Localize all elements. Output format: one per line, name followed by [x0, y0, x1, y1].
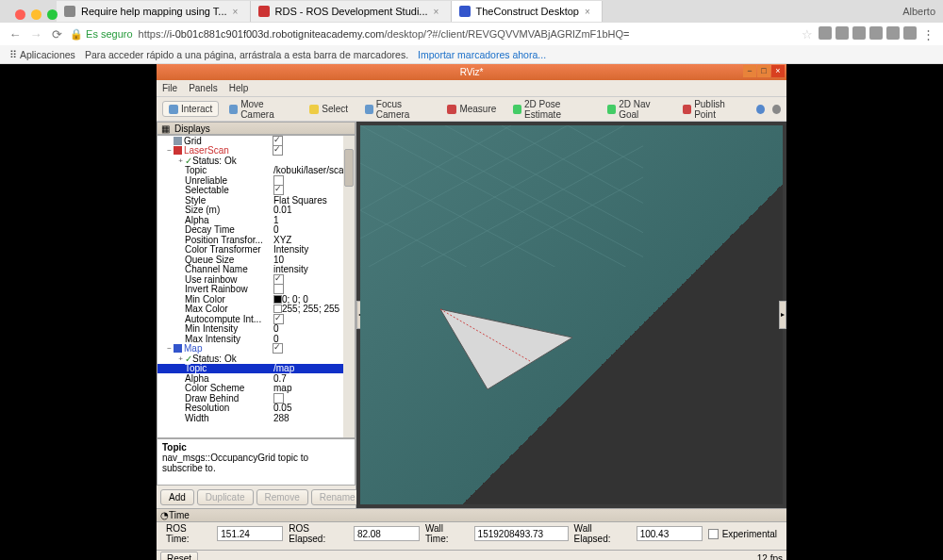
- wall-time-input[interactable]: [474, 526, 569, 541]
- tool-publish-point[interactable]: Publish Point: [676, 96, 749, 123]
- tree[interactable]: Grid−LaserScan+✓ Status: OkTopic/kobuki/…: [157, 135, 356, 438]
- close-button[interactable]: ×: [771, 65, 785, 77]
- ext-icon[interactable]: [852, 26, 866, 40]
- tree-row[interactable]: Channel Nameintensity: [157, 265, 355, 275]
- url-field[interactable]: https://i-0b01c881c901f003d.robotignitea…: [139, 28, 630, 40]
- checkbox[interactable]: [273, 274, 284, 285]
- apps-button[interactable]: ⠿ Aplicaciones: [9, 49, 75, 60]
- tool-focus-camera[interactable]: Focus Camera: [358, 96, 437, 123]
- tree-row[interactable]: Size (m)0.01: [157, 206, 355, 216]
- ext-icon[interactable]: [903, 26, 917, 40]
- forward-icon[interactable]: →: [28, 26, 43, 41]
- tree-row[interactable]: Alpha1: [157, 215, 355, 225]
- viewport-3d[interactable]: ◂ ▸: [356, 122, 786, 508]
- tab-0[interactable]: Require help mapping using T... ×: [57, 1, 251, 22]
- checkbox[interactable]: [273, 284, 284, 294]
- tree-row[interactable]: Min Color 0; 0; 0: [157, 294, 355, 305]
- maximize-button[interactable]: □: [757, 65, 770, 77]
- menu-file[interactable]: File: [162, 83, 177, 93]
- ext-icon[interactable]: [869, 26, 883, 40]
- tree-row[interactable]: StyleFlat Squares: [157, 195, 355, 206]
- tool-select[interactable]: Select: [303, 101, 355, 117]
- back-icon[interactable]: ←: [8, 26, 23, 41]
- ext-icon[interactable]: [819, 26, 832, 40]
- tool-interact[interactable]: Interact: [162, 101, 219, 117]
- mac-zoom[interactable]: [47, 9, 58, 20]
- scene[interactable]: [360, 125, 783, 504]
- tab-1[interactable]: RDS - ROS Development Studi... ×: [251, 1, 452, 22]
- checkbox[interactable]: [273, 393, 284, 404]
- tree-row[interactable]: Color TransformerIntensity: [157, 245, 355, 255]
- star-icon[interactable]: ☆: [800, 26, 815, 41]
- tab-2[interactable]: TheConstruct Desktop ×: [452, 1, 603, 22]
- expander-icon[interactable]: −: [165, 146, 174, 155]
- checkbox[interactable]: [273, 145, 283, 156]
- tree-row[interactable]: Color Schememap: [157, 384, 355, 394]
- color-swatch[interactable]: [273, 295, 282, 304]
- tool-extra-icon[interactable]: [772, 105, 781, 114]
- ros-elapsed-input[interactable]: [354, 526, 420, 541]
- tree-row[interactable]: Width288: [157, 413, 355, 423]
- tree-row[interactable]: Queue Size10: [157, 255, 355, 265]
- rviz-titlebar[interactable]: RViz* − □ ×: [157, 64, 786, 80]
- add-button[interactable]: Add: [160, 489, 194, 505]
- expander-icon[interactable]: +: [176, 156, 185, 165]
- color-swatch[interactable]: [273, 305, 282, 313]
- checkbox[interactable]: [273, 343, 283, 354]
- tree-row[interactable]: Unreliable: [157, 175, 355, 186]
- splitter-right[interactable]: ▸: [779, 301, 786, 329]
- tree-label: Color Transformer: [185, 244, 273, 255]
- reset-button[interactable]: Reset: [160, 552, 198, 560]
- tree-row[interactable]: Resolution0.05: [157, 404, 355, 414]
- tree-row[interactable]: Grid: [157, 136, 355, 146]
- ext-icon[interactable]: [886, 26, 900, 40]
- tree-row[interactable]: Autocompute Int...: [157, 314, 355, 324]
- tree-row[interactable]: Invert Rainbow: [157, 285, 355, 295]
- checkbox[interactable]: [273, 314, 284, 324]
- tool-2d-nav-goal[interactable]: 2D Nav Goal: [601, 96, 672, 123]
- close-icon[interactable]: ×: [233, 7, 242, 16]
- tree-row[interactable]: Use rainbow: [157, 274, 355, 285]
- tool-move-camera[interactable]: Move Camera: [223, 96, 299, 123]
- expander-icon[interactable]: +: [176, 354, 185, 363]
- tree-row[interactable]: Draw Behind: [157, 393, 355, 404]
- ext-icon[interactable]: [835, 26, 849, 40]
- tree-row[interactable]: Min Intensity0: [157, 324, 355, 335]
- user-badge[interactable]: Alberto: [895, 4, 943, 19]
- tool-2d-pose-estimate[interactable]: 2D Pose Estimate: [506, 96, 597, 123]
- tree-row[interactable]: +✓ Status: Ok: [157, 354, 355, 364]
- tree-row[interactable]: Selectable: [157, 186, 355, 196]
- checkbox[interactable]: [273, 185, 284, 195]
- experimental-checkbox[interactable]: Experimental: [708, 529, 777, 539]
- tree-row[interactable]: +✓ Status: Ok: [157, 156, 355, 166]
- tool-extra-icon[interactable]: [756, 105, 765, 114]
- mac-close[interactable]: [15, 9, 25, 20]
- time-header[interactable]: ◔ Time: [157, 509, 786, 522]
- tree-row[interactable]: Position Transfor...XYZ: [157, 235, 355, 245]
- menu-panels[interactable]: Panels: [189, 83, 218, 93]
- displays-header[interactable]: ▦ Displays: [157, 122, 356, 135]
- close-icon[interactable]: ×: [585, 7, 594, 16]
- tool-measure[interactable]: Measure: [440, 101, 503, 117]
- expander-icon[interactable]: −: [165, 344, 174, 353]
- tree-row[interactable]: −LaserScan: [157, 146, 355, 156]
- tree-label: Max Color: [185, 304, 273, 314]
- tree-row[interactable]: Topic/map: [157, 364, 355, 374]
- close-icon[interactable]: ×: [434, 7, 443, 16]
- menu-help[interactable]: Help: [229, 83, 249, 93]
- mac-minimize[interactable]: [31, 9, 41, 20]
- scrollbar[interactable]: [343, 136, 355, 437]
- menu-icon[interactable]: ⋮: [920, 26, 935, 41]
- scroll-thumb[interactable]: [344, 149, 354, 187]
- wall-elapsed-input[interactable]: [637, 526, 703, 541]
- import-bookmarks-link[interactable]: Importar marcadores ahora...: [418, 49, 546, 60]
- minimize-button[interactable]: −: [743, 65, 756, 77]
- tree-row[interactable]: Alpha0.7: [157, 373, 355, 384]
- tree-row[interactable]: Decay Time0: [157, 225, 355, 236]
- tree-row[interactable]: Topic/kobuki/laser/scan: [157, 166, 355, 176]
- ros-time-input[interactable]: [217, 526, 283, 541]
- tree-row[interactable]: −Map: [157, 344, 355, 354]
- tree-row[interactable]: Max Color 255; 255; 255: [157, 305, 355, 315]
- reload-icon[interactable]: ⟳: [49, 26, 64, 41]
- tree-row[interactable]: Max Intensity0: [157, 334, 355, 344]
